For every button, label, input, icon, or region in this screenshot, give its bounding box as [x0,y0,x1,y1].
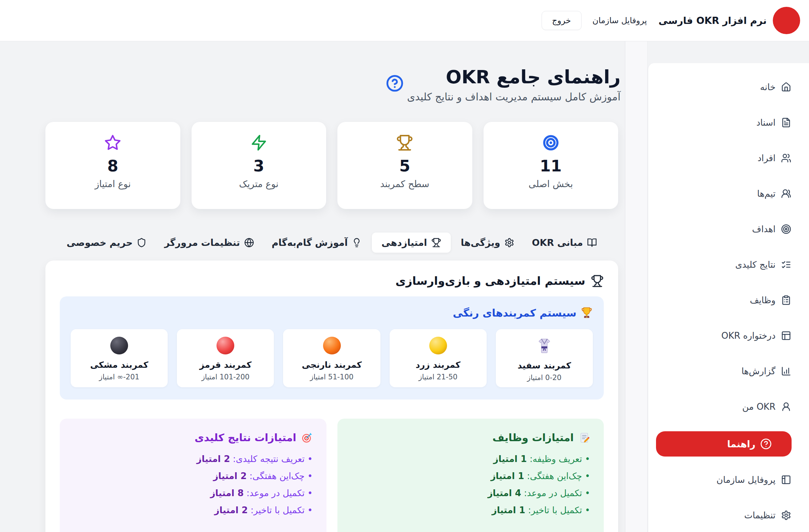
teams-icon [781,188,791,199]
sidebar-label: تیم‌ها [757,188,776,199]
stat-value: 11 [540,157,562,175]
tab-label: آموزش گام‌به‌گام [271,237,348,248]
sidebar-label: درختواره OKR [721,331,776,341]
sidebar: خانه اسناد افراد تیم‌ها اهداف نتایج کلید… [648,63,809,532]
sidebar-item-documents[interactable]: اسناد [648,112,791,134]
task-points-header: امتیازات وظایف [351,432,590,444]
belt-range: 51-100 امتیاز [310,373,353,381]
sidebar-item-goals[interactable]: اهداف [648,218,791,240]
belt-name: کمربند نارنجی [302,360,362,370]
sidebar-label: گزارش‌ها [741,366,776,376]
page-title: راهنمای جامع OKR [407,66,620,89]
list-item: • تعریف وظیفه: 1 امتیاز [351,454,590,464]
sidebar-item-people[interactable]: افراد [648,147,791,169]
task-points-panel: امتیازات وظایف • تعریف وظیفه: 1 امتیاز •… [337,419,604,532]
kr-points-panel: امتیازات نتایج کلیدی • تعریف نتیجه کلیدی… [60,419,326,532]
target-icon [542,134,559,151]
guide-tabs: مبانی OKR ویژگی‌ها امتیازدهی آموزش گام‌ب… [45,229,618,255]
tab-label: امتیازدهی [381,237,427,248]
stat-label: بخش اصلی [529,179,573,189]
panel-icon [781,475,791,485]
tab-label: حریم خصوصی [67,237,132,248]
belt-name: کمربند سفید [518,361,571,370]
sidebar-item-tasks[interactable]: وظایف [648,289,791,311]
sidebar-label: وظایف [750,295,776,305]
belt-card-black: کمربند مشکی 201-∞ امتیاز [71,329,168,387]
karate-gi-icon [535,337,554,355]
star-icon [104,134,121,151]
sidebar-item-settings[interactable]: تنظیمات [648,504,791,526]
gold-trophy-icon [581,307,593,319]
tab-privacy[interactable]: حریم خصوصی [59,233,154,253]
book-open-icon [587,238,597,248]
stats-row: 11 بخش اصلی 5 سطح کمربند 3 نوع متریک 8 ن… [45,122,618,209]
avatar[interactable] [773,7,800,34]
scoring-section-title: سیستم امتیازدهی و بازی‌وارسازی [395,274,585,288]
belt-name: کمربند مشکی [90,360,148,370]
belt-range: 21-50 امتیاز [419,373,458,381]
sidebar-item-org-profile[interactable]: پروفایل سازمان [648,469,791,491]
sidebar-label: نتایج کلیدی [735,260,776,270]
sidebar-item-okr-tree[interactable]: درختواره OKR [648,325,791,347]
belt-name: کمربند قرمز [199,360,252,370]
stat-label: سطح کمربند [380,179,429,189]
stat-value: 8 [107,157,118,175]
page-header: راهنمای جامع OKR آموزش کامل سیستم مدیریت… [386,66,620,103]
tab-okr-basics[interactable]: مبانی OKR [525,233,604,253]
home-icon [781,82,791,92]
okr-guide-page: { "header": { "app_title": "نرم افزار OK… [0,0,809,532]
belt-card-white: کمربند سفید 0-20 امتیاز [496,329,593,387]
sidebar-item-guide-active[interactable]: راهنما [656,431,792,457]
shield-icon [137,238,147,248]
list-item: • تکمیل در موعد: 4 امتیاز [351,488,590,498]
points-panels: امتیازات وظایف • تعریف وظیفه: 1 امتیاز •… [60,419,604,532]
memo-icon [578,432,590,444]
stat-value: 5 [399,157,410,175]
list-item: • تکمیل با تاخیر: 1 امتیاز [351,505,590,515]
tree-layout-icon [781,331,791,341]
belt-card-red: کمربند قرمز 101-200 امتیاز [177,329,274,387]
help-circle-icon [386,74,404,103]
help-circle-icon [760,438,772,450]
stat-card-belt-levels: 5 سطح کمربند [337,122,472,209]
stat-label: نوع امتیاز [95,179,131,189]
sidebar-label: اسناد [756,117,776,128]
tab-scoring-active[interactable]: امتیازدهی [372,233,451,253]
red-circle-icon [217,337,234,354]
trophy-icon [591,275,604,288]
sidebar-item-home[interactable]: خانه [648,76,791,98]
gear-icon [504,238,514,248]
belts-panel-title: سیستم کمربندهای رنگی [453,307,576,319]
sidebar-item-key-results[interactable]: نتایج کلیدی [648,254,791,276]
belt-range: 201-∞ امتیاز [99,373,139,381]
sidebar-label: OKR من [742,402,776,412]
scrollbar-track[interactable] [625,41,647,532]
sidebar-item-my-okr[interactable]: OKR من [648,396,791,418]
tab-step-by-step[interactable]: آموزش گام‌به‌گام [264,233,369,253]
belts-panel-header: سیستم کمربندهای رنگی [71,307,593,319]
task-points-list: • تعریف وظیفه: 1 امتیاز • چک‌این هفتگی: … [351,454,590,515]
sidebar-label: تنظیمات [744,510,776,520]
list-item: • تکمیل در موعد: 8 امتیاز [73,488,313,498]
org-profile-link[interactable]: پروفایل سازمان [592,16,647,25]
clipboard-icon [781,295,791,305]
sidebar-item-reports[interactable]: گزارش‌ها [648,360,791,382]
list-item: • چک‌این هفتگی: 2 امتیاز [73,471,313,481]
tab-features[interactable]: ویژگی‌ها [453,233,522,253]
page-subtitle: آموزش کامل سیستم مدیریت اهداف و نتایج کل… [407,91,620,103]
scoring-section-header: سیستم امتیازدهی و بازی‌وارسازی [60,274,604,288]
kr-points-list: • تعریف نتیجه کلیدی: 2 امتیاز • چک‌این ه… [73,454,313,515]
document-icon [781,117,791,128]
sidebar-label: پروفایل سازمان [716,475,776,485]
belt-card-yellow: کمربند زرد 21-50 امتیاز [390,329,487,387]
sidebar-item-teams[interactable]: تیم‌ها [648,183,791,205]
tab-browser-settings[interactable]: تنظیمات مرورگر [157,233,262,253]
list-checks-icon [781,260,791,270]
app-title: نرم افزار OKR فارسی [658,15,767,26]
yellow-circle-icon [429,337,447,354]
logout-button[interactable]: خروج [542,11,582,30]
stat-value: 3 [253,157,264,175]
kr-points-title: امتیازات نتایج کلیدی [195,432,296,444]
list-item: • چک‌این هفتگی: 1 امتیاز [351,471,590,481]
list-item: • تعریف نتیجه کلیدی: 2 امتیاز [73,454,313,464]
